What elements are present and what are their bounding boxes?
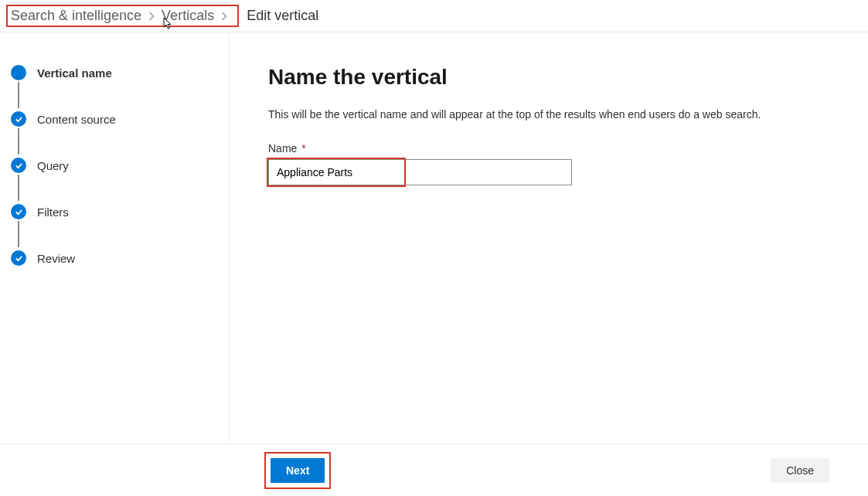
breadcrumb-current: Edit vertical [245, 8, 318, 24]
wizard-step-query[interactable]: Query [11, 158, 229, 204]
breadcrumb-link-search-intelligence[interactable]: Search & intelligence [11, 8, 141, 24]
step-label: Content source [37, 113, 116, 126]
step-completed-check-icon [11, 158, 26, 173]
wizard-step-filters[interactable]: Filters [11, 204, 229, 250]
breadcrumb-highlight-box: Search & intelligence Verticals [6, 5, 239, 27]
step-completed-check-icon [11, 250, 26, 266]
wizard-step-vertical-name[interactable]: Vertical name [11, 65, 229, 111]
step-current-dot-icon [11, 65, 26, 80]
next-button[interactable]: Next [271, 458, 325, 483]
wizard-step-content-source[interactable]: Content source [11, 111, 229, 158]
breadcrumb-link-verticals[interactable]: Verticals [162, 8, 214, 24]
page-root: Search & intelligence Verticals Edit ver… [0, 0, 868, 496]
step-completed-check-icon [11, 111, 26, 127]
next-button-wrapper: Next [271, 458, 325, 483]
main-panel: Name the vertical This will be the verti… [230, 32, 868, 443]
page-title: Name the vertical [268, 65, 829, 90]
wizard-footer: Next Close [0, 443, 868, 496]
name-field-label: Name * [268, 142, 829, 155]
step-connector [18, 221, 19, 247]
name-field-wrapper [268, 159, 572, 185]
body: Vertical name Content source Query [0, 32, 868, 443]
close-button[interactable]: Close [771, 458, 829, 483]
name-label-text: Name [268, 142, 297, 155]
step-connector [18, 128, 19, 155]
breadcrumb: Search & intelligence Verticals Edit ver… [0, 0, 868, 32]
step-label: Review [37, 252, 75, 265]
wizard-sidebar: Vertical name Content source Query [0, 32, 230, 443]
step-label: Filters [37, 206, 69, 219]
step-connector [18, 82, 19, 108]
step-connector [18, 175, 19, 201]
step-completed-check-icon [11, 204, 26, 219]
page-description: This will be the vertical name and will … [268, 108, 829, 121]
step-label: Vertical name [37, 66, 112, 80]
required-asterisk: * [301, 142, 305, 155]
name-input[interactable] [268, 159, 572, 185]
chevron-right-icon [214, 12, 234, 20]
step-label: Query [37, 159, 69, 172]
wizard-step-review[interactable]: Review [11, 250, 229, 266]
chevron-right-icon [141, 12, 162, 20]
